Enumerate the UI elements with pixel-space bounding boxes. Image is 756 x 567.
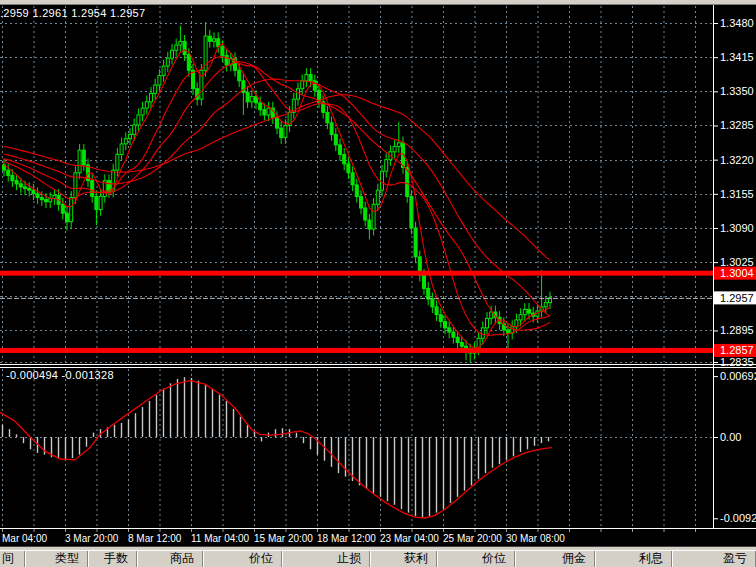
price-tag-label: 1.2957: [720, 292, 754, 304]
table-header-cell[interactable]: 盈亏: [672, 551, 756, 567]
price-tag-label: 1.3004: [720, 267, 754, 279]
table-header-cell[interactable]: 佣金: [515, 551, 595, 567]
time-axis-label: 8 Mar 12:00: [128, 533, 181, 544]
moving-averages: [4, 44, 550, 348]
horizontal-level-line: [0, 271, 713, 276]
table-header-cell[interactable]: 手数: [88, 551, 137, 567]
price-axis-label: 1.3090: [720, 222, 754, 234]
indicator-axis-label: 0.00692: [720, 370, 756, 382]
price-axis-label: 1.3155: [720, 188, 754, 200]
horizontal-level-line: [0, 348, 713, 353]
price-axis-label: 1.3285: [720, 119, 754, 131]
time-axis[interactable]: Mar 04:003 Mar 20:008 Mar 12:0011 Mar 04…: [0, 529, 756, 546]
time-axis-label: Mar 04:00: [2, 533, 47, 544]
table-header-cell[interactable]: 利息: [595, 551, 672, 567]
price-axis-label: 1.3350: [720, 85, 754, 97]
chart-svg[interactable]: 1.34801.34151.33501.32851.32201.31551.30…: [0, 0, 756, 546]
ohlc-readout: .2959 1.2961 1.2954 1.2957: [0, 7, 145, 19]
macd-signal-line: [0, 381, 552, 518]
price-axis-label: 1.2835: [720, 356, 754, 368]
time-axis-label: 3 Mar 20:00: [65, 533, 118, 544]
time-axis-label: 30 Mar 08:00: [506, 533, 565, 544]
table-header-cell[interactable]: 止损: [282, 551, 370, 567]
time-axis-label: 18 Mar 12:00: [317, 533, 376, 544]
panel-borders: [0, 5, 756, 529]
table-header-cell[interactable]: 类型: [25, 551, 88, 567]
price-tag-label: 1.2857: [720, 344, 754, 356]
time-axis-label: 15 Mar 20:00: [254, 533, 313, 544]
price-axis-label: 1.2895: [720, 324, 754, 336]
price-axis-label: 1.3480: [720, 17, 754, 29]
time-axis-label: 25 Mar 20:00: [443, 533, 502, 544]
price-axis[interactable]: 1.34801.34151.33501.32851.32201.31551.30…: [714, 17, 756, 524]
orders-table-header: 间类型手数商品价位止损获利价位佣金利息盈亏: [0, 550, 756, 567]
price-axis-label: 1.3415: [720, 51, 754, 63]
indicator-axis-label: -0.00924: [720, 512, 756, 524]
table-header-cell[interactable]: 获利: [370, 551, 437, 567]
trading-app-window: 1.34801.34151.33501.32851.32201.31551.30…: [0, 0, 756, 567]
indicator-axis-label: 0.00: [720, 431, 741, 443]
price-axis-label: 1.3220: [720, 154, 754, 166]
time-axis-label: 11 Mar 04:00: [191, 533, 249, 544]
bottom-panel-chrome: 间类型手数商品价位止损获利价位佣金利息盈亏: [0, 546, 756, 567]
table-header-cell[interactable]: 价位: [437, 551, 515, 567]
table-header-cell[interactable]: 价位: [203, 551, 282, 567]
table-header-cell[interactable]: 间: [0, 551, 25, 567]
macd-values-readout: -0.000494 -0.001328: [6, 369, 114, 381]
macd-histogram: [3, 377, 549, 517]
time-axis-label: 23 Mar 04:00: [380, 533, 439, 544]
table-header-cell[interactable]: 商品: [137, 551, 203, 567]
grid: [0, 6, 713, 527]
